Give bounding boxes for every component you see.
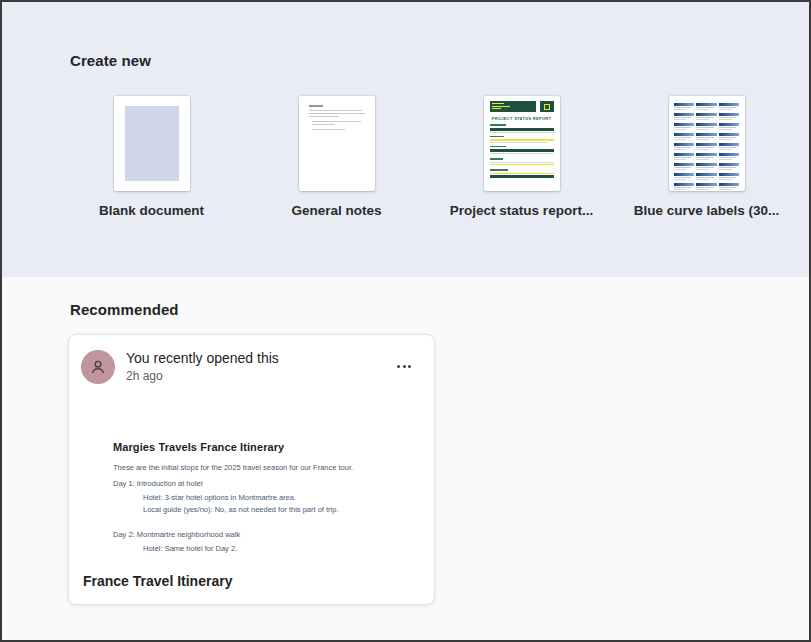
label-cell: [696, 133, 717, 140]
template-gallery: Blank document General notes: [59, 96, 809, 218]
general-notes-preview: [299, 96, 375, 141]
create-new-heading: Create new: [70, 52, 809, 69]
recommended-heading: Recommended: [70, 301, 809, 318]
preview-line: Local guide (yes/no): No, as not needed …: [143, 504, 414, 515]
label-cell: [696, 153, 717, 160]
template-tile-project-status-report[interactable]: PROJECT STATUS REPORT: [429, 96, 614, 218]
label-cell: [719, 113, 740, 120]
template-tile-blue-curve-labels[interactable]: Blue curve labels (30...: [614, 96, 799, 218]
label-cell: [719, 163, 740, 170]
activity-text: You recently opened this: [126, 349, 279, 368]
blue-curve-labels-thumbnail[interactable]: [669, 96, 745, 191]
preview-line: Hotel: Same hotel for Day 2.: [143, 543, 414, 554]
more-options-button[interactable]: [390, 353, 418, 381]
preview-line: These are the initial stops for the 2025…: [113, 462, 414, 473]
template-tile-general-notes[interactable]: General notes: [244, 96, 429, 218]
label-cell: [719, 133, 740, 140]
timestamp: 2h ago: [126, 368, 279, 384]
general-notes-thumbnail[interactable]: [299, 96, 375, 191]
template-label: Project status report...: [450, 203, 593, 218]
avatar: [81, 350, 115, 384]
template-label: Blue curve labels (30...: [634, 203, 780, 218]
label-cell: [674, 103, 695, 110]
blank-document-thumbnail[interactable]: [114, 96, 190, 191]
label-cell: [719, 143, 740, 150]
label-cell: [719, 173, 740, 180]
template-label: General notes: [291, 203, 381, 218]
label-cell: [696, 183, 717, 190]
template-label: Blank document: [99, 203, 204, 218]
blank-page-preview: [125, 106, 179, 181]
label-cell: [674, 153, 695, 160]
card-header: You recently opened this 2h ago: [69, 335, 434, 394]
more-options-icon: [397, 365, 400, 368]
preview-doc-title: Margies Travels France Itinerary: [113, 441, 414, 453]
label-cell: [696, 163, 717, 170]
recommended-section: Recommended You recently opened this 2h …: [2, 301, 809, 605]
label-cell: [719, 123, 740, 130]
label-cell: [719, 183, 740, 190]
label-cell: [674, 143, 695, 150]
document-preview: Margies Travels France Itinerary These a…: [69, 394, 434, 573]
label-cell: [674, 133, 695, 140]
label-cell: [719, 153, 740, 160]
labels-grid-preview: [669, 96, 745, 191]
person-icon: [88, 357, 108, 377]
card-header-text: You recently opened this 2h ago: [126, 349, 279, 384]
document-file-title: France Travel Itinerary: [69, 573, 434, 604]
report-logo: [540, 101, 554, 112]
label-cell: [696, 113, 717, 120]
recommended-document-card[interactable]: You recently opened this 2h ago Margies …: [68, 334, 435, 605]
label-cell: [674, 123, 695, 130]
preview-line: Day 1: Introduction at hotel: [113, 478, 414, 489]
preview-line: Day 2: Montmartre neighborhood walk: [113, 529, 414, 540]
label-cell: [674, 173, 695, 180]
template-tile-blank-document[interactable]: Blank document: [59, 96, 244, 218]
project-status-report-thumbnail[interactable]: PROJECT STATUS REPORT: [484, 96, 560, 191]
label-cell: [696, 103, 717, 110]
label-cell: [696, 173, 717, 180]
label-cell: [696, 123, 717, 130]
label-cell: [674, 113, 695, 120]
preview-line: Hotel: 3-star hotel options in Montmartr…: [143, 492, 414, 503]
project-status-report-preview: PROJECT STATUS REPORT: [484, 96, 560, 184]
label-cell: [719, 103, 740, 110]
label-cell: [674, 183, 695, 190]
label-cell: [696, 143, 717, 150]
label-cell: [674, 163, 695, 170]
report-header-block: [490, 101, 536, 112]
create-new-section: Create new Blank document: [2, 2, 809, 277]
report-title: PROJECT STATUS REPORT: [490, 116, 554, 121]
